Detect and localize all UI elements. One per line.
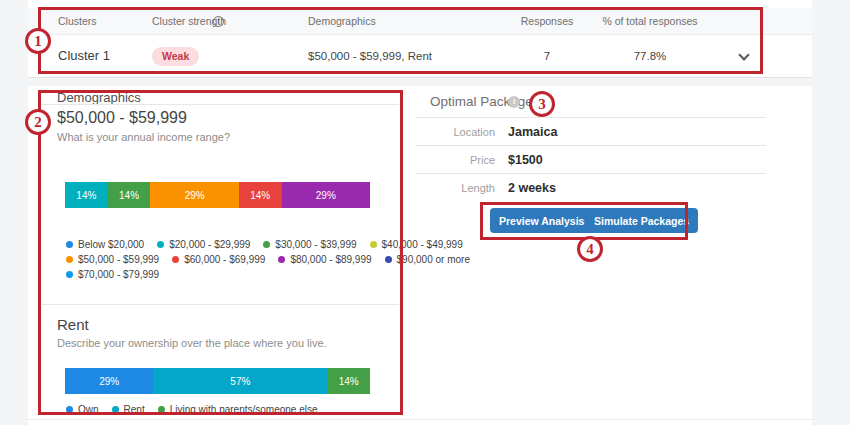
income-stacked-bar: 14%14%29%14%29% <box>65 182 370 208</box>
legend-label: Rent <box>124 404 145 415</box>
table-panel-divider <box>28 77 812 86</box>
ownership-legend: OwnRentLiving with parents/someone else <box>66 404 411 419</box>
legend-item: $80,000 - $89,999 <box>278 254 371 265</box>
preview-analysis-button[interactable]: Preview Analysis <box>490 208 593 233</box>
legend-row: OwnRentLiving with parents/someone else <box>66 404 411 415</box>
legend-label: $30,000 - $39,999 <box>275 239 356 250</box>
op-row-price: Price $1500 <box>416 153 543 167</box>
cluster-strength-badge: Weak <box>152 46 199 66</box>
legend-item: Living with parents/someone else <box>158 404 318 415</box>
column-header-clusters: Clusters <box>58 8 97 35</box>
legend-item: $90,000 or more <box>385 254 470 265</box>
legend-label: Below $20,000 <box>78 239 144 250</box>
op-length-value: 2 weeks <box>508 181 556 195</box>
chart-section-divider <box>42 304 399 305</box>
legend-label: Own <box>78 404 99 415</box>
op-row-divider <box>416 145 766 146</box>
legend-label: $90,000 or more <box>397 254 470 265</box>
legend-row: $50,000 - $59,999$60,000 - $69,999$80,00… <box>66 254 411 265</box>
bar-segment: 14% <box>65 182 108 208</box>
bar-segment: 29% <box>150 182 238 208</box>
income-chart-question: What is your annual income range? <box>57 131 230 143</box>
op-length-label: Length <box>416 182 495 194</box>
op-row-divider <box>416 117 766 118</box>
op-location-value: Jamaica <box>508 125 557 139</box>
legend-label: $70,000 - $79,999 <box>78 269 159 280</box>
bar-segment: 14% <box>327 368 370 394</box>
legend-label: $50,000 - $59,999 <box>78 254 159 265</box>
op-row-divider <box>416 173 766 174</box>
cluster-pct-cell: 77.8% <box>595 35 705 77</box>
bar-segment: 14% <box>239 182 282 208</box>
legend-dot-icon <box>278 256 285 263</box>
legend-dot-icon <box>370 241 377 248</box>
demographics-panel-title: Demographics <box>57 90 141 105</box>
legend-dot-icon <box>66 241 73 248</box>
ownership-chart-question: Describe your ownership over the place w… <box>57 337 327 349</box>
legend-dot-icon <box>385 256 392 263</box>
bar-segment: 57% <box>153 368 327 394</box>
legend-dot-icon <box>112 406 119 413</box>
op-row-location: Location Jamaica <box>416 125 557 139</box>
legend-item: Below $20,000 <box>66 239 144 250</box>
legend-item: $70,000 - $79,999 <box>66 269 159 280</box>
cluster-analysis-page: Clusters Cluster strength i Demographics… <box>0 0 850 425</box>
ownership-stacked-bar: 29%57%14% <box>65 368 370 394</box>
legend-label: $40,000 - $49,999 <box>382 239 463 250</box>
op-location-label: Location <box>416 126 495 138</box>
legend-item: $20,000 - $29,999 <box>157 239 250 250</box>
weak-badge: Weak <box>152 47 199 66</box>
optimal-package-info-icon[interactable]: i <box>508 96 520 108</box>
content-bottom-divider <box>28 419 812 420</box>
column-header-demographics: Demographics <box>308 8 376 35</box>
legend-dot-icon <box>157 241 164 248</box>
legend-dot-icon <box>158 406 165 413</box>
income-chart-heading: $50,000 - $59,999 <box>57 109 187 127</box>
legend-dot-icon <box>66 406 73 413</box>
income-legend: Below $20,000$20,000 - $29,999$30,000 - … <box>66 239 411 284</box>
op-price-value: $1500 <box>508 153 543 167</box>
legend-dot-icon <box>66 256 73 263</box>
column-header-responses: Responses <box>512 8 582 35</box>
legend-item: Own <box>66 404 99 415</box>
legend-item: $40,000 - $49,999 <box>370 239 463 250</box>
legend-label: Living with parents/someone else <box>170 404 318 415</box>
legend-item: $50,000 - $59,999 <box>66 254 159 265</box>
column-header-pct-total: % of total responses <box>595 8 705 35</box>
cluster-strength-info-icon[interactable]: i <box>213 16 224 27</box>
bar-segment: 14% <box>108 182 151 208</box>
cluster-name: Cluster 1 <box>58 35 110 77</box>
legend-row: $70,000 - $79,999 <box>66 269 411 280</box>
legend-item: $60,000 - $69,999 <box>172 254 265 265</box>
ownership-chart-heading: Rent <box>57 316 89 333</box>
legend-label: $60,000 - $69,999 <box>184 254 265 265</box>
legend-item: $30,000 - $39,999 <box>263 239 356 250</box>
cluster-demographics-cell: $50,000 - $59,999, Rent <box>308 35 432 77</box>
cluster-responses-cell: 7 <box>512 35 582 77</box>
legend-dot-icon <box>172 256 179 263</box>
legend-label: $80,000 - $89,999 <box>290 254 371 265</box>
op-row-length: Length 2 weeks <box>416 181 556 195</box>
legend-item: Rent <box>112 404 145 415</box>
legend-dot-icon <box>66 271 73 278</box>
legend-row: Below $20,000$20,000 - $29,999$30,000 - … <box>66 239 411 250</box>
legend-dot-icon <box>263 241 270 248</box>
panel-title-divider <box>42 104 399 105</box>
legend-label: $20,000 - $29,999 <box>169 239 250 250</box>
bar-segment: 29% <box>282 182 370 208</box>
bar-segment: 29% <box>65 368 153 394</box>
op-price-label: Price <box>416 154 495 166</box>
simulate-packages-button[interactable]: Simulate Packages <box>585 208 698 233</box>
